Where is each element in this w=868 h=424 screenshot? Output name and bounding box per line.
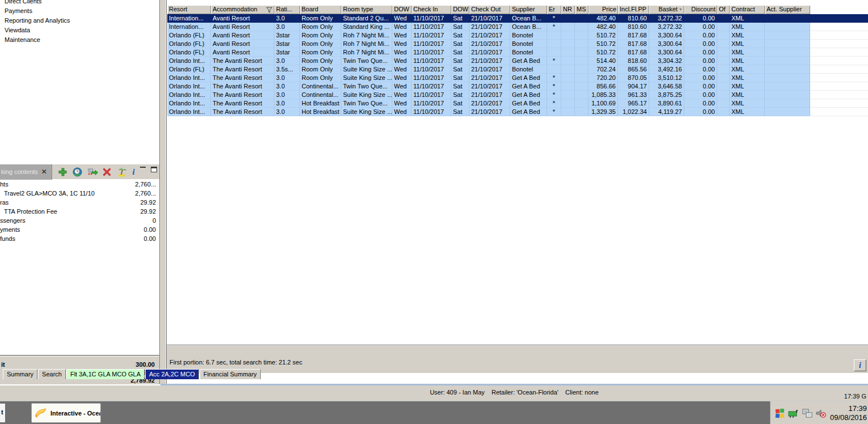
tab-flt-3a-1c-gla-mco-gla[interactable]: Flt 3A,1C GLA MCO GLA (66, 369, 145, 379)
table-row[interactable]: Orlando Int...The Avanti Resort3.0Contin… (167, 91, 868, 99)
column-header-label: Act. Supplier (767, 6, 802, 12)
table-row[interactable]: Orlando Int...The Avanti Resort3.0Room O… (167, 57, 868, 65)
column-header-act-supplier[interactable]: Act. Supplier (765, 5, 810, 14)
booking-contents-item[interactable]: yments0.00 (0, 225, 159, 234)
table-cell: 0.00 (684, 57, 717, 65)
table-row[interactable]: Internation...Avanti Resort3.0Room OnlyS… (167, 23, 868, 31)
table-row[interactable]: Orlando (FL)The Avanti Resort3.5s...Room… (167, 65, 868, 74)
table-cell (765, 65, 810, 74)
totals-row: it300.00 (0, 361, 159, 368)
table-cell: 11/10/2017 (412, 31, 451, 40)
item-label: yments (0, 225, 20, 234)
table-cell: Room Only (300, 40, 341, 48)
minimize-icon[interactable] (140, 167, 146, 172)
booking-contents-item[interactable]: ras29.92 (0, 198, 159, 207)
table-cell (765, 91, 810, 99)
table-cell: Room Only (300, 48, 341, 57)
nav-menu-item[interactable]: Maintenance (0, 35, 159, 45)
table-row[interactable]: Orlando Int...The Avanti Resort3.0Hot Br… (167, 108, 868, 116)
panel-splitter[interactable] (159, 0, 166, 384)
delete-icon[interactable] (102, 167, 112, 177)
table-cell: 0.00 (684, 91, 717, 99)
network-computers-icon[interactable] (802, 408, 813, 419)
colored-squares-icon[interactable] (774, 408, 786, 419)
table-cell: 904.17 (618, 82, 649, 91)
add-item-icon[interactable] (58, 167, 67, 177)
column-header-of[interactable]: Of (717, 5, 730, 14)
item-label: Travel2 GLA>MCO 3A, 1C 11/10 (0, 189, 95, 198)
table-cell: * (547, 14, 561, 23)
column-header-check-out[interactable]: Check Out (469, 5, 510, 14)
holiday-palm-icon[interactable] (117, 167, 126, 177)
table-row[interactable]: Orlando Int...The Avanti Resort3.0Hot Br… (167, 99, 868, 108)
table-cell: Get A Bed (510, 99, 547, 108)
table-row[interactable]: Orlando Int...The Avanti Resort3.0Contin… (167, 82, 868, 91)
maximize-icon[interactable] (151, 167, 157, 172)
column-header-contract[interactable]: Contract (730, 5, 765, 14)
column-header-resort[interactable]: Resort (167, 5, 211, 14)
column-header-basket[interactable]: Basket▼ (649, 5, 684, 14)
item-label: ras (0, 198, 9, 207)
column-header-rati[interactable]: Rati... (274, 5, 300, 14)
column-header-dow[interactable]: DOW (451, 5, 469, 14)
table-row[interactable]: Orlando (FL)Avanti Resort3starRoom OnlyR… (167, 40, 868, 48)
table-cell: 11/10/2017 (412, 48, 451, 57)
table-cell: 3.0 (274, 91, 300, 99)
column-header-incl-fl-pp[interactable]: Incl.Fl.PP (618, 5, 649, 14)
filter-icon[interactable] (266, 7, 273, 14)
booking-contents-item[interactable]: funds0.00 (0, 234, 159, 243)
booking-contents-item[interactable]: TTA Protection Fee29.92 (0, 207, 159, 216)
network-adapter-icon[interactable]: f (788, 408, 799, 419)
column-header-accommodation[interactable]: Accommodation (211, 5, 274, 14)
table-row[interactable]: Orlando Int...The Avanti Resort3.0Room O… (167, 74, 868, 82)
table-cell: XML (730, 108, 765, 116)
column-header-er[interactable]: Er (547, 5, 561, 14)
tray-date: 09/08/2016 (830, 413, 867, 422)
tab-booking-contents[interactable]: king contents✕ (0, 164, 52, 180)
basket-transfer-icon[interactable] (87, 167, 97, 177)
table-cell: Internation... (167, 14, 211, 23)
nav-menu-item[interactable]: Viewdata (0, 26, 159, 35)
nav-menu-item[interactable]: Reporting and Analytics (0, 16, 159, 26)
column-header-supplier[interactable]: Supplier (510, 5, 547, 14)
world-clock-icon[interactable] (73, 167, 82, 177)
column-header-board[interactable]: Board (300, 5, 341, 14)
column-header-check-in[interactable]: Check In (412, 5, 451, 14)
column-header-label: Rati... (276, 6, 293, 12)
column-header-label: NR (563, 6, 572, 12)
nav-menu-item[interactable]: Direct Clients (0, 0, 159, 6)
table-cell: Orlando Int... (167, 74, 211, 82)
table-row[interactable]: Internation...Avanti Resort3.0Room OnlyS… (167, 14, 868, 23)
application-window: Direct ClientsPaymentsReporting and Anal… (0, 0, 868, 424)
table-cell: * (547, 108, 561, 116)
tray-clock[interactable]: 17:39 09/08/2016 (830, 404, 868, 422)
partial-task-button[interactable]: t (0, 404, 5, 422)
volume-muted-icon[interactable] (815, 408, 827, 419)
tab-search[interactable]: Search (38, 369, 66, 379)
column-header-room-type[interactable]: Room type (341, 5, 392, 14)
column-header-price[interactable]: Price (588, 5, 618, 14)
table-row[interactable]: Orlando (FL)Avanti Resort3starRoom OnlyR… (167, 31, 868, 40)
booking-contents-item[interactable]: ssengers0 (0, 216, 159, 225)
booking-contents-list: hts2,760...Travel2 GLA>MCO 3A, 1C 11/102… (0, 180, 159, 243)
table-cell (561, 57, 575, 65)
task-button-interactive[interactable]: Interactive - Ocea... (31, 403, 101, 423)
info-icon[interactable]: i (132, 167, 136, 177)
column-header-ms[interactable]: MS (575, 5, 588, 14)
nav-menu-item[interactable]: Payments (0, 6, 159, 16)
column-header-dow[interactable]: DOW (392, 5, 412, 14)
table-cell: Room Only (300, 14, 341, 23)
tab-summary[interactable]: Summary (3, 369, 37, 379)
table-cell: 1,329.35 (588, 108, 618, 116)
booking-contents-item[interactable]: hts2,760... (0, 180, 159, 189)
table-row[interactable]: Orlando (FL)Avanti Resort3starRoom OnlyR… (167, 48, 868, 57)
tab-acc-2a-2c-mco[interactable]: Acc 2A,2C MCO (145, 369, 199, 379)
table-cell: Wed (392, 91, 412, 99)
booking-contents-item[interactable]: Travel2 GLA>MCO 3A, 1C 11/102,760... (0, 189, 159, 198)
column-header-discount[interactable]: Discount (684, 5, 717, 14)
table-cell (765, 57, 810, 65)
tab-financial-summary[interactable]: Financial Summary (200, 369, 261, 379)
close-icon[interactable]: ✕ (41, 168, 47, 176)
table-cell: Sat (451, 74, 469, 82)
column-header-nr[interactable]: NR (561, 5, 575, 14)
